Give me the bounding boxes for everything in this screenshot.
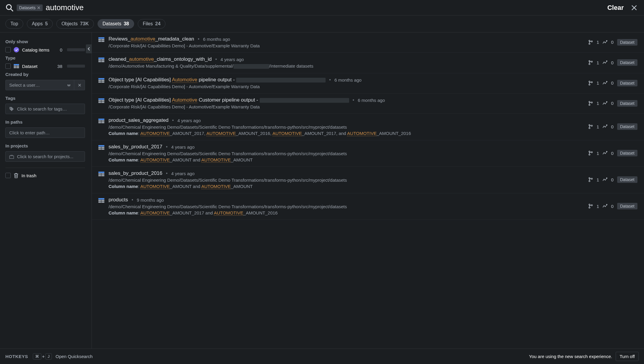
search-bar: Datasets Clear xyxy=(0,0,644,15)
tab-top[interactable]: Top xyxy=(5,19,23,29)
branch-icon xyxy=(588,40,593,45)
result-title: sales_by_product_2016 xyxy=(109,170,162,176)
filter-in-trash[interactable]: In trash xyxy=(5,173,85,178)
svg-rect-23 xyxy=(98,59,101,60)
filter-type-dataset[interactable]: Dataset 38 xyxy=(5,63,85,69)
paths-input[interactable]: Click to enter path… xyxy=(5,127,85,138)
separator-dot: • xyxy=(353,97,354,103)
svg-point-61 xyxy=(591,152,592,153)
svg-rect-26 xyxy=(101,61,104,62)
search-input[interactable] xyxy=(46,3,607,12)
branch-count: 1 xyxy=(597,101,599,106)
result-row[interactable]: sales_by_product_2016•4 years ago/demo/C… xyxy=(92,167,644,193)
tab-datasets[interactable]: Datasets38 xyxy=(97,19,134,29)
result-path: /demo/Chemical Engineering Demo/Datasets… xyxy=(109,204,584,209)
user-select[interactable]: Select a user… xyxy=(5,80,74,90)
branch-icon xyxy=(588,177,593,182)
tab-label: Apps xyxy=(32,21,43,27)
dataset-icon xyxy=(98,57,104,69)
result-body: Object type [AI Capabilities] Automotive… xyxy=(109,77,584,89)
chip-remove-icon[interactable] xyxy=(37,6,40,9)
svg-rect-55 xyxy=(98,147,101,148)
branch-count: 1 xyxy=(597,40,599,45)
turn-off-button[interactable]: Turn off xyxy=(616,352,639,361)
result-column-match: Column name: AUTOMOTIVE_AMOUNT_2017, AUT… xyxy=(109,131,584,136)
tab-count: 5 xyxy=(45,21,48,27)
filter-catalog-items[interactable]: Catalog items 0 xyxy=(5,47,85,52)
hotkeys-label: HOTKEYS xyxy=(5,354,28,359)
separator-dot: • xyxy=(166,144,168,150)
svg-rect-6 xyxy=(14,64,19,65)
result-row[interactable]: cleaned_automotive_claims_ontology_with_… xyxy=(92,53,644,73)
result-row[interactable]: Reviews_automotive_metadata_clean•6 mont… xyxy=(92,32,644,53)
svg-rect-54 xyxy=(98,145,104,146)
trend-count: 0 xyxy=(611,124,613,129)
close-icon[interactable] xyxy=(631,5,637,10)
svg-point-44 xyxy=(589,104,590,105)
dataset-icon xyxy=(98,37,104,48)
dataset-filter-count: 38 xyxy=(56,64,62,69)
trend-count: 0 xyxy=(611,151,613,156)
hotkey-j: J xyxy=(45,353,52,360)
sidebar-collapse-button[interactable] xyxy=(86,44,92,53)
catalog-badge-icon xyxy=(14,47,19,52)
svg-point-19 xyxy=(589,40,590,41)
svg-point-52 xyxy=(589,127,590,129)
tags-label: Tags xyxy=(5,96,85,101)
result-title: product_sales_aggregated xyxy=(109,117,168,123)
tags-placeholder: Click to search for tags… xyxy=(17,106,67,111)
trend-icon xyxy=(603,81,607,85)
result-row[interactable]: sales_by_product_2017•4 years ago/demo/C… xyxy=(92,140,644,167)
branch-icon xyxy=(588,60,593,65)
svg-point-43 xyxy=(589,101,590,102)
result-row[interactable]: Object type [AI Capabilities] Automotive… xyxy=(92,94,644,114)
result-body: product_sales_aggregated•4 years ago/dem… xyxy=(109,117,584,136)
created-by-label: Created by xyxy=(5,72,85,77)
result-time: 9 months ago xyxy=(137,197,164,203)
result-path: /demo/Chemical Engineering Demo/Datasets… xyxy=(109,125,584,130)
branch-count: 1 xyxy=(597,80,599,85)
trend-count: 0 xyxy=(611,204,613,209)
clear-button[interactable]: Clear xyxy=(607,4,624,12)
tags-input[interactable]: Click to search for tags… xyxy=(5,104,85,114)
svg-rect-50 xyxy=(101,122,104,123)
svg-rect-74 xyxy=(101,201,104,203)
result-meta: 10Dataset xyxy=(588,56,637,69)
result-row[interactable]: product_sales_aggregated•4 years ago/dem… xyxy=(92,114,644,140)
result-meta: 10Dataset xyxy=(588,117,637,136)
branch-icon xyxy=(588,124,593,129)
projects-input[interactable]: Click to search for projects... xyxy=(5,151,85,162)
tab-files[interactable]: Files24 xyxy=(138,19,166,29)
dataset-icon xyxy=(98,172,104,189)
tab-objects[interactable]: Objects73K xyxy=(56,19,94,29)
tab-apps[interactable]: Apps5 xyxy=(27,19,53,29)
svg-rect-13 xyxy=(10,156,14,158)
checkbox-trash[interactable] xyxy=(5,173,11,178)
svg-rect-48 xyxy=(101,120,104,122)
result-path: /Corporate Risk/[AI Capabilities Demo] -… xyxy=(109,43,584,48)
user-select-clear[interactable] xyxy=(74,80,85,90)
checkbox-catalog[interactable] xyxy=(5,47,11,52)
trend-count: 0 xyxy=(611,60,613,65)
result-body: products•9 months ago/demo/Chemical Engi… xyxy=(109,197,584,215)
checkbox-dataset[interactable] xyxy=(5,63,11,69)
trash-icon xyxy=(14,173,18,178)
svg-point-37 xyxy=(591,82,592,83)
trend-icon xyxy=(603,204,607,209)
type-pill: Dataset xyxy=(617,123,637,130)
svg-rect-56 xyxy=(101,147,104,148)
result-row[interactable]: Object type [AI Capabilities] Automotive… xyxy=(92,73,644,94)
result-row[interactable]: products•9 months ago/demo/Chemical Engi… xyxy=(92,193,644,220)
trend-count: 0 xyxy=(611,80,613,85)
svg-rect-24 xyxy=(101,59,104,60)
trend-icon xyxy=(603,151,607,155)
chip-label: Datasets xyxy=(19,5,35,10)
result-body: cleaned_automotive_claims_ontology_with_… xyxy=(109,56,584,69)
separator-dot: • xyxy=(131,197,133,203)
branch-icon xyxy=(588,204,593,209)
result-path: /demo/Chemical Engineering Demo/Datasets… xyxy=(109,151,584,156)
filters-sidebar: Only show Catalog items 0 Type Dataset 3… xyxy=(0,32,92,349)
projects-placeholder: Click to search for projects... xyxy=(17,154,73,159)
result-title: Object type [AI Capabilities] Automotive… xyxy=(109,77,326,83)
search-chip-datasets[interactable]: Datasets xyxy=(17,4,43,11)
